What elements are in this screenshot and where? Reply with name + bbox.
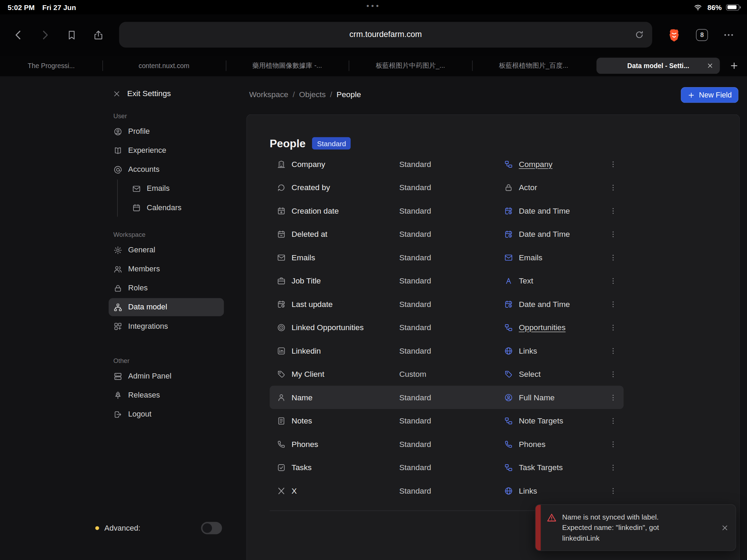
field-menu-button[interactable] — [609, 486, 618, 495]
exit-settings-button[interactable]: Exit Settings — [112, 89, 224, 98]
field-row-emails[interactable]: EmailsStandardEmails — [270, 246, 624, 269]
calendar-plus-icon — [277, 206, 286, 215]
sidebar-item-profile[interactable]: Profile — [109, 122, 224, 140]
sidebar-item-roles[interactable]: Roles — [109, 279, 224, 297]
sidebar-section-user: UserProfileExperienceAccountsEmailsCalen… — [109, 112, 224, 217]
forward-button[interactable] — [39, 29, 51, 40]
field-row-linked-opportunities[interactable]: Linked OpportunitiesStandardOpportunitie… — [270, 316, 624, 339]
field-row-phones[interactable]: PhonesStandardPhones — [270, 432, 624, 456]
field-name: Phones — [292, 439, 318, 448]
field-menu-button[interactable] — [609, 160, 618, 168]
field-row-created-by[interactable]: Created byStandardActor — [270, 176, 624, 199]
new-field-button[interactable]: New Field — [681, 87, 739, 103]
hierarchy-icon — [113, 302, 122, 311]
browser-tab-[interactable]: 板藍根植物图片_百度... — [472, 55, 595, 76]
field-menu-button[interactable] — [609, 253, 618, 262]
field-row-my-client[interactable]: My ClientCustomSelect — [270, 362, 624, 386]
address-bar[interactable]: crm.tourdefarm.com — [119, 22, 652, 47]
field-menu-button[interactable] — [609, 393, 618, 402]
ipad-screen: 5:02 PM Fri 27 Jun ●●● 86% crm.tourdefar… — [0, 0, 747, 560]
browser-tab-[interactable]: 板藍根图片中药图片_... — [349, 55, 472, 76]
sidebar-sections: UserProfileExperienceAccountsEmailsCalen… — [109, 112, 224, 423]
field-menu-button[interactable] — [609, 206, 618, 215]
sidebar-item-data-model[interactable]: Data model — [109, 298, 224, 316]
sidebar-item-emails[interactable]: Emails — [127, 179, 224, 197]
field-menu-button[interactable] — [609, 370, 618, 379]
breadcrumb-workspace[interactable]: Workspace — [249, 90, 288, 99]
back-button[interactable] — [12, 29, 24, 40]
mail-icon — [504, 253, 513, 262]
book-icon — [113, 146, 122, 155]
calendar-icon — [132, 203, 141, 212]
battery-percent: 86% — [708, 3, 722, 11]
field-row-deleted-at[interactable]: Deleted atStandardDate and Time — [270, 222, 624, 246]
field-origin: Standard — [399, 463, 431, 472]
sidebar-item-releases[interactable]: Releases — [109, 386, 224, 404]
breadcrumb-objects[interactable]: Objects — [299, 90, 326, 99]
sidebar-item-label: Logout — [128, 410, 151, 419]
share-button[interactable] — [92, 29, 104, 40]
sidebar-item-general[interactable]: General — [109, 241, 224, 259]
field-data-type: Date and Time — [519, 230, 570, 239]
browser-tab-[interactable]: 藥用植物圖像數據庫 -... — [225, 55, 349, 76]
brave-shield-icon[interactable] — [667, 28, 681, 42]
field-row-x[interactable]: XStandardLinks — [270, 479, 624, 503]
battery-icon — [726, 4, 739, 10]
field-data-type: Links — [519, 346, 537, 355]
browser-menu-button[interactable] — [723, 29, 735, 40]
field-menu-button[interactable] — [609, 463, 618, 472]
field-row-linkedin[interactable]: LinkedinStandardLinks — [270, 339, 624, 363]
relation-icon — [504, 323, 513, 332]
tab-strip: The Progressi...content.nuxt.com藥用植物圖像數據… — [0, 55, 721, 76]
field-menu-button[interactable] — [609, 417, 618, 425]
sidebar-item-calendars[interactable]: Calendars — [127, 198, 224, 216]
field-row-company[interactable]: CompanyStandardCompany — [270, 152, 624, 176]
bookmarks-button[interactable] — [66, 29, 77, 40]
sidebar-section-workspace: WorkspaceGeneralMembersRolesData modelIn… — [109, 231, 224, 335]
sidebar-item-admin-panel[interactable]: Admin Panel — [109, 367, 224, 385]
field-origin: Standard — [399, 276, 431, 285]
reload-button[interactable] — [635, 30, 644, 40]
field-menu-button[interactable] — [609, 230, 618, 239]
sidebar-item-integrations[interactable]: Integrations — [109, 317, 224, 335]
browser-tab-data-model-setti[interactable]: Data model - Setti... — [597, 58, 720, 74]
tab-count-button[interactable]: 8 — [696, 29, 708, 40]
field-menu-button[interactable] — [609, 277, 618, 285]
field-data-type[interactable]: Opportunities — [519, 323, 565, 332]
field-name: Job Title — [292, 276, 321, 285]
advanced-label: Advanced: — [104, 524, 140, 532]
sidebar-item-members[interactable]: Members — [109, 260, 224, 278]
tab-bar: The Progressi...content.nuxt.com藥用植物圖像數據… — [0, 55, 747, 76]
advanced-toggle[interactable] — [201, 522, 222, 534]
browser-tab-content-nuxt-com[interactable]: content.nuxt.com — [102, 55, 225, 76]
sidebar-item-accounts[interactable]: Accounts — [109, 160, 224, 178]
tab-close-icon[interactable] — [707, 62, 714, 69]
multitasking-dots-icon[interactable]: ●●● — [366, 3, 380, 8]
field-row-tasks[interactable]: TasksStandardTask Targets — [270, 456, 624, 479]
field-menu-button[interactable] — [609, 440, 618, 448]
field-data-type[interactable]: Company — [519, 159, 552, 168]
browser-tab-the-progressi[interactable]: The Progressi... — [0, 55, 102, 76]
letter-a-icon — [504, 276, 513, 285]
field-row-notes[interactable]: NotesStandardNote Targets — [270, 409, 624, 432]
field-data-type: Phones — [519, 439, 545, 448]
sidebar-item-logout[interactable]: Logout — [109, 405, 224, 423]
users-icon — [113, 264, 122, 273]
field-table: CompanyStandardCompanyCreated byStandard… — [270, 152, 739, 503]
sidebar-item-experience[interactable]: Experience — [109, 141, 224, 159]
calendar-minus-icon — [277, 230, 286, 239]
new-tab-button[interactable] — [721, 55, 747, 76]
sidebar-item-label: Integrations — [128, 322, 168, 330]
field-menu-button[interactable] — [609, 300, 618, 308]
field-row-job-title[interactable]: Job TitleStandardText — [270, 269, 624, 292]
field-row-name[interactable]: NameStandardFull Name — [270, 386, 624, 409]
field-menu-button[interactable] — [609, 323, 618, 332]
advanced-dot-icon — [95, 526, 99, 530]
toast-close-icon[interactable] — [721, 524, 729, 532]
field-row-creation-date[interactable]: Creation dateStandardDate and Time — [270, 199, 624, 223]
field-menu-button[interactable] — [609, 183, 618, 192]
field-row-last-update[interactable]: Last updateStandardDate and Time — [270, 292, 624, 316]
field-menu-button[interactable] — [609, 346, 618, 355]
sidebar-item-label: Members — [128, 265, 160, 273]
server-icon — [113, 372, 122, 381]
